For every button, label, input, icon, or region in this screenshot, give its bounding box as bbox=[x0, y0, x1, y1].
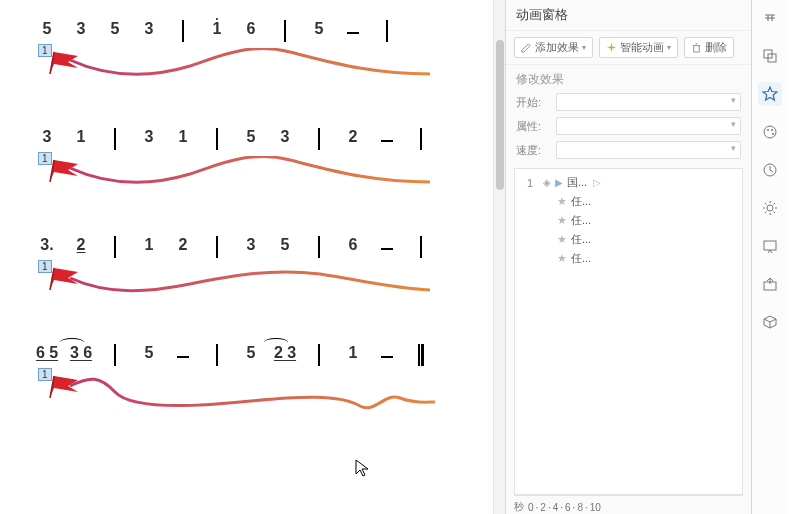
rail-palette-icon[interactable] bbox=[758, 120, 782, 144]
animation-index-badge: 1 bbox=[38, 44, 52, 57]
add-effect-label: 添加效果 bbox=[535, 40, 579, 55]
play-icon: ▶ bbox=[555, 177, 563, 188]
tick: 2 bbox=[540, 502, 546, 513]
barline bbox=[200, 344, 234, 366]
barline bbox=[404, 128, 438, 150]
speed-select[interactable] bbox=[556, 141, 741, 159]
tick: · bbox=[536, 502, 539, 513]
barline bbox=[98, 344, 132, 366]
tick: 8 bbox=[577, 502, 583, 513]
animation-list-item[interactable]: 1 ◈ ▶ 国... ▷ bbox=[517, 173, 740, 192]
score-line-1: 5 3 5 3 1 6 5 1 bbox=[30, 20, 475, 80]
canvas-scrollbar[interactable] bbox=[493, 0, 505, 514]
star-icon: ★ bbox=[557, 233, 567, 246]
note: 1 bbox=[132, 236, 166, 254]
note: 5 bbox=[234, 128, 268, 146]
prop-start-row: 开始: bbox=[506, 90, 751, 114]
animation-list-item[interactable]: ★ 任... bbox=[517, 249, 740, 268]
smart-anim-label: 智能动画 bbox=[620, 40, 664, 55]
timeline-unit-label: 秒 bbox=[514, 500, 524, 514]
tick: · bbox=[560, 502, 563, 513]
tick: · bbox=[573, 502, 576, 513]
prop-speed-row: 速度: bbox=[506, 138, 751, 162]
barline bbox=[302, 236, 336, 258]
rail-settings-icon[interactable] bbox=[758, 6, 782, 30]
rail-box-icon[interactable] bbox=[758, 310, 782, 334]
svg-point-4 bbox=[771, 129, 773, 131]
rail-animation-icon[interactable] bbox=[758, 82, 782, 106]
note: 6 bbox=[234, 20, 268, 38]
item-label: 任... bbox=[571, 194, 591, 209]
note: 1 bbox=[336, 344, 370, 362]
animation-pane: 动画窗格 添加效果 ▾ 智能动画 ▾ 删除 bbox=[505, 0, 751, 514]
score-line-2: 3 1 3 1 5 3 2 1 bbox=[30, 128, 475, 188]
rail-export-icon[interactable] bbox=[758, 272, 782, 296]
panel-title: 动画窗格 bbox=[506, 0, 751, 31]
score-line-3: 3. 2 1 2 3 5 6 1 bbox=[30, 236, 475, 296]
chevron-down-icon: ▾ bbox=[667, 43, 671, 52]
note: 2 bbox=[166, 236, 200, 254]
note-high: 1 bbox=[200, 20, 234, 38]
item-label: 任... bbox=[571, 251, 591, 266]
note: 5 bbox=[302, 20, 336, 38]
svg-point-2 bbox=[764, 126, 776, 138]
barline bbox=[98, 236, 132, 258]
star-icon: ★ bbox=[557, 214, 567, 227]
chevron-down-icon: ▾ bbox=[582, 43, 586, 52]
motion-path-wave bbox=[40, 48, 440, 88]
animation-list-item[interactable]: ★ 任... bbox=[517, 192, 740, 211]
motion-path-wave bbox=[40, 264, 440, 304]
score-line-4: 6 5 3 6 5 5 2 3 1 1 bbox=[30, 344, 475, 404]
note-pair: 6 5 bbox=[30, 344, 64, 362]
animation-list-item[interactable]: ★ 任... bbox=[517, 211, 740, 230]
prop-attr-row: 属性: bbox=[506, 114, 751, 138]
svg-point-7 bbox=[767, 205, 773, 211]
add-effect-button[interactable]: 添加效果 ▾ bbox=[514, 37, 593, 58]
start-label: 开始: bbox=[516, 95, 550, 110]
timeline-ruler[interactable]: 秒 0 · 2 · 4 · 6 · 8 · 10 bbox=[514, 495, 743, 514]
barline bbox=[268, 20, 302, 42]
note: 2 bbox=[336, 128, 370, 146]
barline bbox=[404, 236, 438, 258]
item-label: 国... bbox=[567, 175, 587, 190]
svg-point-3 bbox=[767, 129, 769, 131]
barline bbox=[166, 20, 200, 42]
note: 5 bbox=[98, 20, 132, 38]
barline bbox=[302, 128, 336, 150]
slide-canvas[interactable]: 5 3 5 3 1 6 5 1 bbox=[0, 0, 505, 514]
rail-gear-icon[interactable] bbox=[758, 196, 782, 220]
attribute-select[interactable] bbox=[556, 117, 741, 135]
note: 1 bbox=[166, 128, 200, 146]
scrollbar-thumb[interactable] bbox=[496, 40, 504, 190]
note: 2 bbox=[64, 236, 98, 254]
mouse-click-icon: ◈ bbox=[543, 177, 551, 188]
animation-index-badge: 1 bbox=[38, 260, 52, 273]
note: 3. bbox=[30, 236, 64, 254]
smart-animation-button[interactable]: 智能动画 ▾ bbox=[599, 37, 678, 58]
start-select[interactable] bbox=[556, 93, 741, 111]
note: 5 bbox=[234, 344, 268, 362]
animation-index-badge: 1 bbox=[38, 152, 52, 165]
expand-icon[interactable]: ▷ bbox=[593, 177, 601, 188]
delete-button[interactable]: 删除 bbox=[684, 37, 734, 58]
animation-index-badge: 1 bbox=[38, 368, 52, 381]
rail-clock-icon[interactable] bbox=[758, 158, 782, 182]
tick: 6 bbox=[565, 502, 571, 513]
note-dash bbox=[370, 344, 404, 362]
rail-layers-icon[interactable] bbox=[758, 44, 782, 68]
animation-list[interactable]: 1 ◈ ▶ 国... ▷ ★ 任... ★ 任... ★ 任... ★ 任... bbox=[514, 168, 743, 495]
pencil-icon bbox=[521, 42, 532, 53]
note: 3 bbox=[30, 128, 64, 146]
rail-slide-icon[interactable] bbox=[758, 234, 782, 258]
timeline-ticks: 0 · 2 · 4 · 6 · 8 · 10 bbox=[528, 502, 743, 513]
note: 5 bbox=[132, 344, 166, 362]
barline bbox=[98, 128, 132, 150]
note: 3 bbox=[132, 20, 166, 38]
panel-toolbar: 添加效果 ▾ 智能动画 ▾ 删除 bbox=[506, 31, 751, 65]
animation-list-item[interactable]: ★ 任... bbox=[517, 230, 740, 249]
note-dash bbox=[370, 236, 404, 254]
barline-final bbox=[404, 344, 438, 370]
speed-label: 速度: bbox=[516, 143, 550, 158]
star-icon: ★ bbox=[557, 252, 567, 265]
barline bbox=[370, 20, 404, 42]
